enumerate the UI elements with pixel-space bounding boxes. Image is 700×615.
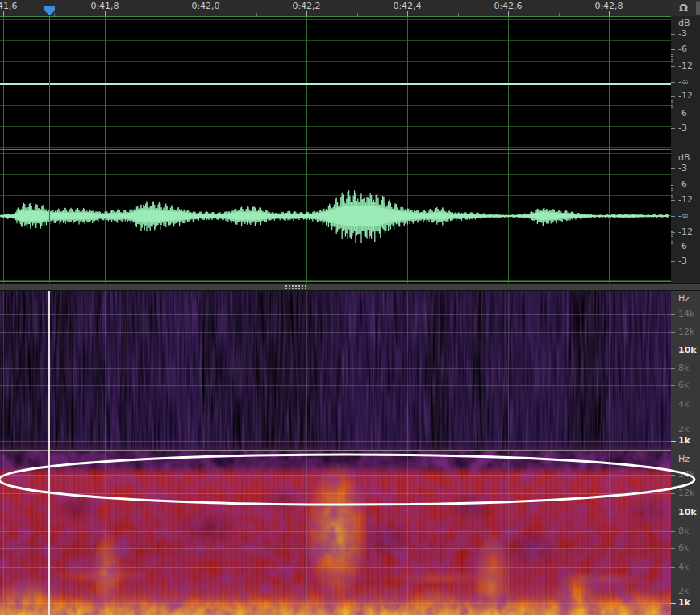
scale-tick [671, 49, 675, 50]
time-label: 0:42,2 [292, 1, 320, 11]
scale-label: 4k [678, 400, 689, 409]
time-label: 0:42,6 [494, 1, 522, 11]
scale-label: Hz [678, 294, 690, 304]
time-label: 0:41,8 [90, 1, 119, 11]
waveform-display[interactable] [0, 16, 671, 283]
time-gridline [407, 291, 408, 451]
scale-label: 14k [678, 470, 694, 480]
scale-label: 2k [678, 587, 689, 596]
time-label: 0:42,8 [594, 1, 623, 11]
time-gridline [3, 451, 4, 615]
scale-tick [671, 548, 675, 549]
scale-tick [671, 567, 675, 568]
freq-gridline [0, 603, 671, 604]
scale-label: dB [678, 19, 690, 28]
hz-scale-2[interactable]: Hz14k12k10k8k6k4k2k1k [671, 451, 700, 615]
time-gridline [306, 291, 307, 451]
scale-tick [671, 368, 675, 369]
freq-gridline [0, 475, 671, 476]
scale-minor-ticks [671, 98, 673, 110]
freq-gridline [0, 332, 671, 333]
scale-tick [671, 603, 676, 604]
waveform-channel-1[interactable] [0, 17, 671, 149]
spectrogram-channel-1[interactable] [0, 291, 671, 451]
time-gridline [105, 291, 106, 451]
scale-tick [671, 430, 675, 430]
spectrogram-boundary [0, 450, 671, 451]
scale-label: 4k [678, 563, 689, 572]
scale-label: 10k [678, 508, 697, 517]
scale-tick [671, 200, 675, 201]
waveform-flatline [0, 83, 671, 85]
panel-divider[interactable] [0, 283, 700, 291]
time-gridline [206, 451, 206, 615]
scale-label: 2k [678, 425, 689, 434]
freq-gridline [0, 385, 671, 386]
scale-label: -∞ [678, 211, 689, 221]
db-gridline [0, 61, 671, 62]
scale-tick [671, 493, 675, 494]
time-gridline [306, 451, 307, 615]
scale-tick [671, 66, 675, 67]
scale-minor-ticks [671, 231, 673, 244]
scale-tick [671, 114, 675, 114]
db-scale-1[interactable]: dB-3-6-12-∞-12-6-3 [671, 16, 700, 150]
scale-label: -6 [678, 109, 687, 118]
scale-tick [671, 247, 675, 247]
time-label: 0:42,0 [191, 1, 219, 11]
scale-tick [671, 168, 675, 169]
scale-label: 1k [678, 598, 690, 608]
scale-label: 14k [678, 310, 694, 319]
magnet-icon: Ω [679, 2, 688, 14]
scale-label: -12 [678, 61, 693, 71]
scale-tick [671, 592, 675, 592]
time-gridline [3, 291, 4, 451]
freq-gridline [0, 531, 671, 532]
scale-label: -12 [678, 227, 693, 237]
scale-tick [671, 314, 675, 315]
freq-gridline [0, 567, 671, 568]
scale-tick [671, 128, 675, 129]
db-scale-2[interactable]: dB-3-6-12-∞-12-6-3 [671, 150, 700, 283]
waveform-channel-2[interactable] [0, 150, 671, 282]
time-gridline [609, 451, 610, 615]
freq-gridline [0, 351, 671, 351]
scale-minor-ticks [671, 185, 673, 198]
playhead-line-white [48, 291, 50, 615]
hz-scale-1[interactable]: Hz14k12k10k8k6k4k2k1k [671, 291, 700, 451]
scale-label: Hz [678, 455, 690, 464]
scale-label: 8k [678, 526, 689, 536]
drag-handle[interactable] [285, 285, 308, 290]
scale-tick [671, 82, 675, 83]
scale-label: -3 [678, 123, 687, 133]
time-gridline [105, 451, 106, 615]
freq-gridline [0, 368, 671, 369]
time-gridline [206, 291, 206, 451]
scale-tick [671, 216, 675, 217]
scale-label: dB [678, 153, 690, 163]
panel-edge [696, 1, 700, 15]
scale-label: -∞ [678, 77, 689, 87]
freq-gridline [0, 441, 671, 442]
scale-label: -6 [678, 44, 687, 54]
scale-tick [671, 34, 675, 35]
scale-tick [671, 475, 675, 476]
scale-label: -12 [678, 195, 693, 205]
time-ruler[interactable]: Ω 0:41,60:41,80:42,00:42,20:42,40:42,60:… [0, 0, 700, 17]
scale-label: -6 [678, 242, 687, 251]
scale-label: 8k [678, 364, 689, 373]
spectrogram-channel-2[interactable] [0, 451, 671, 615]
time-gridline [609, 291, 610, 451]
scale-label: -3 [678, 256, 687, 266]
freq-gridline [0, 430, 671, 430]
scale-label: -12 [678, 91, 693, 101]
time-label: 0:41,6 [0, 1, 18, 11]
scale-tick [671, 96, 675, 97]
time-gridline [508, 291, 509, 451]
channel-top-border [0, 16, 671, 17]
scale-label: -3 [678, 164, 687, 173]
snap-button[interactable]: Ω [672, 1, 695, 15]
freq-gridline [0, 592, 671, 592]
freq-gridline [0, 405, 671, 405]
freq-gridline [0, 513, 671, 513]
